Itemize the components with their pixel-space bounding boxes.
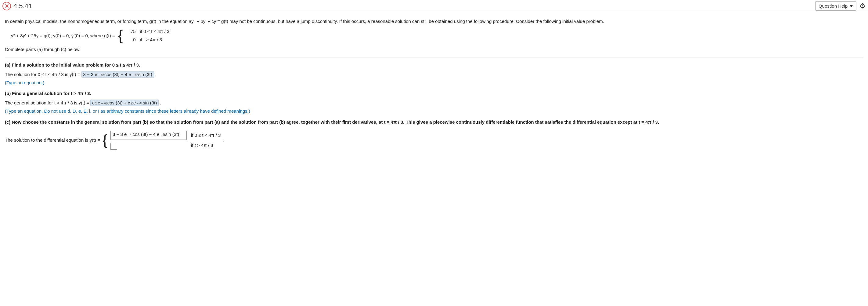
part-b-answer-line: The general solution for t > 4π / 3 is y…	[5, 100, 863, 106]
part-c-prompt-text: (c) Now choose the constants in the gene…	[5, 119, 659, 124]
left-brace-c-icon: {	[102, 134, 108, 146]
ans-a-exp1: − 4t	[98, 73, 104, 77]
part-c-lead: The solution to the differential equatio…	[5, 137, 100, 143]
intro-text: In certain physical models, the nonhomog…	[5, 18, 863, 24]
c1-exp1: − 4t	[127, 133, 132, 137]
ans-b-c1: c	[92, 100, 95, 105]
piece-1: 75 if 0 ≤ t ≤ 4π / 3	[127, 29, 169, 34]
piece-2-cond: if t > 4π / 3	[140, 37, 162, 42]
part-c-cond2: if t > 4π / 3	[191, 143, 221, 148]
part-b-answer[interactable]: c1 e− 4t cos (3t) + c2 e− 4t sin (3t)	[90, 100, 159, 106]
ans-a-seg3: sin (3t)	[138, 72, 152, 77]
ans-b-exp2: − 4t	[136, 102, 142, 105]
ans-b-sub1: 1	[95, 101, 97, 105]
ode-lhs: y′′ + 8y′ + 25y = g(t); y(0) = 0, y′(0) …	[11, 33, 115, 38]
part-c-answer-line: The solution to the differential equatio…	[5, 131, 863, 150]
ans-b-exp1: − 4t	[101, 102, 107, 105]
part-a-trail: .	[155, 72, 156, 77]
part-b-trail: .	[160, 100, 161, 105]
part-b-prompt: (b) Find a general solution for t > 4π /…	[5, 91, 863, 96]
part-c-trail: .	[223, 137, 224, 143]
gear-icon[interactable]: ⚙	[860, 2, 866, 10]
part-a-prompt: (a) Find a solution to the initial value…	[5, 62, 863, 67]
question-number: 4.5.41	[13, 2, 32, 10]
question-help-label: Question Help	[818, 3, 847, 8]
divider	[5, 57, 863, 57]
part-c-piece2-input[interactable]	[111, 143, 117, 150]
ans-b-sub2: 2	[131, 101, 133, 105]
part-a-prompt-text: (a) Find a solution to the initial value…	[5, 62, 140, 67]
piece-1-value: 75	[127, 29, 136, 34]
status-wrong-icon: ✕	[2, 2, 11, 10]
piece-2-value: 0	[127, 37, 136, 42]
ans-a-seg1: 3 − 3 e	[83, 72, 97, 77]
c1-seg2: cos (3t) − 4 e	[132, 132, 159, 137]
part-b-prompt-text: (b) Find a general solution for t > 4π /…	[5, 91, 91, 96]
question-help-button[interactable]: Question Help	[815, 1, 857, 11]
ans-a-seg2: cos (3t) − 4 e	[104, 72, 131, 77]
ans-b-e1: e	[98, 100, 100, 105]
c1-seg1: 3 − 3 e	[113, 132, 127, 137]
ans-b-mid: cos (3t) + c	[107, 100, 130, 105]
part-a-answer-line: The solution for 0 ≤ t ≤ 4π / 3 is y(t) …	[5, 71, 863, 78]
complete-parts-line: Complete parts (a) through (c) below.	[5, 47, 863, 53]
ans-b-e2: e	[133, 100, 136, 105]
header-bar: ✕ 4.5.41 Question Help ⚙	[0, 0, 868, 12]
part-c-prompt: (c) Now choose the constants in the gene…	[5, 119, 863, 125]
c1-exp2: − 4t	[159, 133, 165, 137]
ans-b-tail: sin (3t)	[143, 100, 157, 105]
part-c-cond1: if 0 ≤ t < 4π / 3	[191, 133, 221, 138]
part-a-hint: (Type an equation.)	[5, 80, 863, 85]
piece-2: 0 if t > 4π / 3	[127, 37, 169, 42]
question-body: In certain physical models, the nonhomog…	[0, 12, 868, 162]
piece-1-cond: if 0 ≤ t ≤ 4π / 3	[140, 29, 169, 34]
left-brace-icon: {	[118, 29, 124, 41]
chevron-down-icon	[849, 5, 853, 7]
part-b-hint: (Type an equation. Do not use d, D, e, E…	[5, 108, 863, 114]
part-a-answer[interactable]: 3 − 3 e− 4t cos (3t) − 4 e− 4t sin (3t)	[82, 71, 154, 78]
ans-a-exp2: − 4t	[132, 73, 137, 77]
part-a-lead: The solution for 0 ≤ t ≤ 4π / 3 is y(t) …	[5, 72, 80, 77]
c1-seg3: sin (3t)	[165, 132, 179, 137]
part-b-lead: The general solution for t > 4π / 3 is y…	[5, 100, 89, 105]
ode-definition: y′′ + 8y′ + 25y = g(t); y(0) = 0, y′(0) …	[11, 29, 863, 42]
part-c-piece1-input[interactable]: 3 − 3 e− 4t cos (3t) − 4 e− 4t sin (3t)	[111, 131, 187, 140]
